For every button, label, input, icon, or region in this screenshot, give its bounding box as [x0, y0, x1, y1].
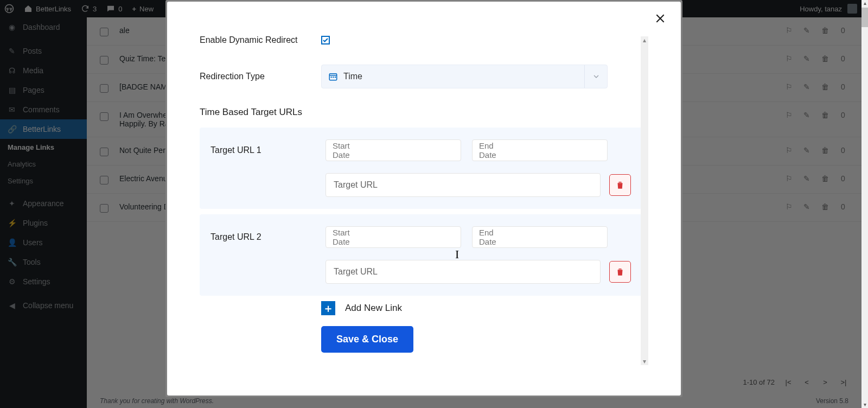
target-url-label: Target URL 1: [210, 145, 326, 155]
save-close-button[interactable]: Save & Close: [321, 326, 413, 353]
delete-target-button[interactable]: [609, 174, 631, 196]
redirection-type-label: Redirection Type: [200, 72, 321, 81]
scroll-thumb[interactable]: [861, 8, 868, 27]
target-url-label: Target URL 2: [210, 232, 326, 242]
check-icon: [322, 37, 329, 43]
trash-icon: [615, 180, 625, 190]
enable-redirect-label: Enable Dynamic Redirect: [200, 35, 321, 45]
end-date-input[interactable]: End Date: [472, 139, 608, 161]
enable-redirect-checkbox[interactable]: [321, 36, 330, 44]
delete-target-button[interactable]: [609, 261, 631, 283]
scroll-down-icon: ▾: [861, 401, 868, 408]
trash-icon: [615, 267, 625, 277]
scroll-up-icon: ▴: [861, 0, 868, 7]
modal-content: Enable Dynamic Redirect Redirection Type…: [200, 32, 642, 385]
dynamic-redirect-modal: Enable Dynamic Redirect Redirection Type…: [167, 2, 681, 396]
target-url-card: Target URL 1Start DateEnd DateTarget URL: [200, 127, 642, 209]
window-scrollbar[interactable]: ▴ ▾: [861, 0, 868, 408]
modal-frame: Enable Dynamic Redirect Redirection Type…: [165, 0, 682, 397]
svg-rect-4: [335, 76, 336, 78]
start-date-input[interactable]: Start Date: [326, 226, 461, 248]
redirection-type-select[interactable]: Time: [321, 65, 608, 88]
add-new-link-button[interactable]: ＋: [321, 301, 335, 315]
svg-rect-2: [331, 76, 332, 78]
plus-icon: ＋: [323, 303, 334, 314]
svg-rect-3: [333, 76, 334, 78]
start-date-input[interactable]: Start Date: [326, 139, 461, 161]
end-date-input[interactable]: End Date: [472, 226, 608, 248]
scroll-up-icon: ▴: [643, 36, 646, 44]
modal-scrollbar[interactable]: ▴ ▾: [641, 36, 648, 365]
redirection-type-value: Time: [343, 72, 362, 81]
add-new-link-label: Add New Link: [345, 303, 402, 314]
target-url-card: Target URL 2Start DateEnd DateTarget URL: [200, 214, 642, 296]
scroll-down-icon: ▾: [643, 358, 646, 365]
close-icon: [655, 13, 666, 24]
target-url-input[interactable]: Target URL: [326, 173, 601, 197]
chevron-down-icon: [584, 65, 607, 88]
modal-close-button[interactable]: [652, 11, 669, 27]
calendar-icon: [328, 72, 338, 81]
time-based-section-title: Time Based Target URLs: [200, 107, 642, 118]
target-url-input[interactable]: Target URL: [326, 260, 601, 284]
